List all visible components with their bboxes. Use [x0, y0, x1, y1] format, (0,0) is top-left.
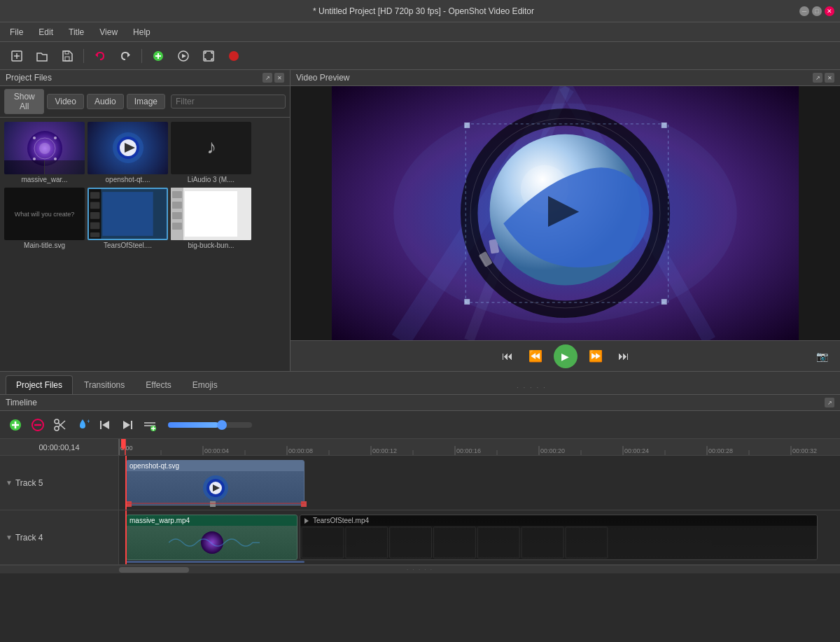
clip-label: TearsOfSteel.mp4 — [300, 515, 817, 526]
minimize-button[interactable]: ─ — [799, 6, 809, 16]
track-4-chevron[interactable]: ▼ — [6, 533, 13, 541]
clip-openshot-svg[interactable]: openshot-qt.svg — [126, 460, 304, 505]
vp-restore-btn[interactable]: ↗ — [813, 73, 822, 83]
tab-effects[interactable]: Effects — [136, 376, 181, 394]
tl-panel-btn[interactable]: ↗ — [825, 398, 834, 407]
clip-resize-handle[interactable] — [126, 561, 304, 563]
svg-rect-38 — [172, 223, 182, 230]
clip-tears-of-steel[interactable]: TearsOfSteel.mp4 — [300, 515, 818, 560]
tl-cut-button[interactable] — [50, 416, 70, 434]
save-button[interactable] — [56, 46, 78, 66]
tl-disable-icon — [31, 418, 45, 432]
video-screen — [290, 86, 840, 340]
video-preview-title: Video Preview — [296, 73, 350, 83]
fast-forward-button[interactable]: ⏩ — [586, 347, 606, 366]
clip-body — [127, 471, 304, 505]
track-5-name: Track 5 — [15, 478, 43, 488]
play-button[interactable]: ▶ — [554, 344, 578, 368]
open-button[interactable] — [31, 46, 53, 66]
skip-forward-button[interactable]: ⏭ — [614, 347, 634, 366]
tab-audio[interactable]: Audio — [87, 94, 124, 109]
svg-text:00:00:28: 00:00:28 — [708, 447, 733, 454]
svg-rect-35 — [172, 191, 182, 198]
file-label: massive_war... — [4, 174, 85, 185]
svg-rect-30 — [90, 223, 100, 230]
fullscreen-button[interactable] — [197, 46, 220, 66]
project-files-tabs: Show All Video Audio Image — [0, 86, 290, 118]
menu-title[interactable]: Title — [62, 25, 91, 40]
track-row: ▼ Track 4 massive_warp.mp4 — [0, 510, 840, 565]
svg-rect-32 — [102, 192, 153, 236]
close-button[interactable]: ✕ — [825, 6, 834, 16]
panel-restore-btn[interactable]: ↗ — [262, 73, 272, 83]
svg-rect-37 — [172, 212, 182, 219]
zoom-slider-fill — [168, 422, 218, 428]
tab-emojis[interactable]: Emojis — [183, 376, 227, 394]
svg-point-13 — [229, 51, 239, 61]
add-button[interactable] — [147, 46, 169, 66]
list-item[interactable]: What will you create? Main-title.svg — [4, 188, 85, 251]
maximize-button[interactable]: □ — [812, 6, 822, 16]
tab-transitions[interactable]: Transitions — [74, 376, 134, 394]
svg-rect-54 — [662, 123, 667, 128]
clip-massive-warp[interactable]: massive_warp.mp4 — [126, 515, 298, 560]
tab-show-all[interactable]: Show All — [4, 89, 44, 114]
tl-jump-end-button[interactable] — [118, 416, 137, 434]
list-item[interactable]: openshot-qt.... — [88, 122, 168, 185]
project-files-header: Project Files ↗ ✕ — [0, 70, 290, 86]
file-label: LiAudio 3 (M.... — [171, 174, 251, 185]
tab-project-files[interactable]: Project Files — [6, 375, 73, 394]
scroll-center-handle: · · · · · — [0, 566, 840, 573]
panel-close-btn[interactable]: ✕ — [274, 73, 284, 83]
tl-jump-start-button[interactable] — [95, 416, 115, 434]
svg-rect-31 — [90, 232, 100, 237]
camera-button[interactable]: 📷 — [812, 347, 832, 366]
menu-edit[interactable]: Edit — [31, 25, 60, 40]
svg-marker-11 — [182, 54, 186, 58]
list-item[interactable]: ♪ LiAudio 3 (M.... — [171, 122, 251, 185]
list-item[interactable]: TearsOfSteel.... — [88, 188, 168, 251]
tab-image[interactable]: Image — [127, 94, 165, 109]
svg-rect-36 — [172, 202, 182, 209]
tl-jump-end-icon — [120, 418, 134, 432]
tl-marker-button[interactable]: + — [73, 416, 92, 434]
zoom-slider-track[interactable] — [168, 422, 252, 428]
ruler-svg: 0:00 00:00:04 00:00:08 00:00:12 00:00:16… — [119, 439, 840, 455]
record-button[interactable] — [223, 46, 245, 66]
fullscreen-icon — [202, 50, 215, 62]
list-item[interactable]: big-buck-bun... — [171, 188, 251, 251]
undo-button[interactable] — [89, 46, 111, 66]
timeline-panel: Timeline ↗ + — [0, 395, 840, 573]
svg-rect-28 — [90, 202, 100, 209]
video-preview-panel: Video Preview ↗ ✕ — [290, 70, 840, 371]
preview-icon — [177, 50, 190, 62]
filter-input[interactable] — [171, 95, 286, 109]
vp-close-btn[interactable]: ✕ — [825, 73, 834, 83]
ruler-marks: 0:00 00:00:04 00:00:08 00:00:12 00:00:16… — [119, 439, 840, 455]
svg-text:00:00:12: 00:00:12 — [372, 447, 397, 454]
zoom-slider-thumb[interactable] — [217, 420, 227, 430]
redo-button[interactable] — [114, 46, 136, 66]
tl-add-track-button[interactable] — [140, 416, 160, 434]
save-icon — [61, 50, 74, 62]
tl-add-button[interactable] — [6, 416, 25, 434]
timeline-scrollbar[interactable]: · · · · · — [0, 565, 840, 573]
rewind-button[interactable]: ⏪ — [526, 347, 545, 366]
timecode: 00:00:00,14 — [0, 439, 119, 455]
svg-point-19 — [33, 158, 36, 160]
skip-back-button[interactable]: ⏮ — [498, 347, 517, 366]
svg-rect-3 — [65, 57, 69, 61]
track-5-header: ▼ Track 5 — [0, 456, 119, 510]
tab-video[interactable]: Video — [47, 94, 83, 109]
preview-button[interactable] — [172, 46, 195, 66]
menu-view[interactable]: View — [92, 25, 125, 40]
open-icon — [36, 50, 48, 62]
track-5-chevron[interactable]: ▼ — [6, 479, 13, 487]
menu-file[interactable]: File — [3, 25, 30, 40]
new-button[interactable] — [6, 46, 28, 66]
svg-text:00:00:20: 00:00:20 — [540, 447, 565, 454]
list-item[interactable]: massive_war... — [4, 122, 85, 185]
tl-disable-button[interactable] — [28, 416, 48, 434]
tl-jump-start-icon — [98, 418, 112, 432]
menu-help[interactable]: Help — [126, 25, 158, 40]
